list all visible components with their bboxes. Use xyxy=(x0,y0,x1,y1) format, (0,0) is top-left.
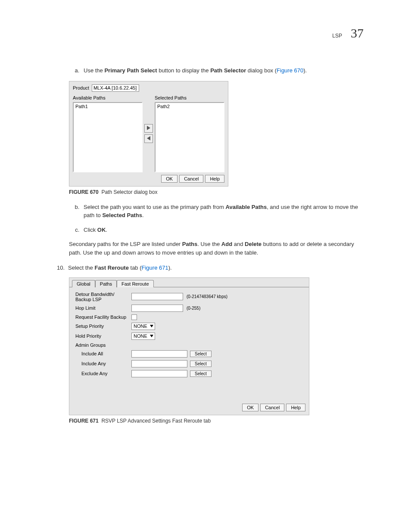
figure-670-caption: FIGURE 670 Path Selector dialog box xyxy=(69,189,368,195)
secondary-paths-paragraph: Secondary paths for the LSP are listed u… xyxy=(69,240,368,257)
include-any-select-button[interactable]: Select xyxy=(190,361,212,367)
move-left-button[interactable] xyxy=(144,134,153,143)
available-paths-label: Available Paths xyxy=(73,95,143,100)
chevron-left-icon xyxy=(147,136,150,141)
detour-bandwidth-label: Detour Bandwidth/ Backup LSP xyxy=(75,292,131,302)
include-any-label: Include Any xyxy=(81,361,131,366)
path-selector-dialog: Product Available Paths Path1 Selecte xyxy=(69,81,228,187)
svg-marker-1 xyxy=(147,136,150,140)
product-input[interactable] xyxy=(92,84,139,92)
figure-670: Product Available Paths Path1 Selecte xyxy=(69,81,228,187)
include-any-input[interactable] xyxy=(131,360,187,367)
include-all-input[interactable] xyxy=(131,350,187,358)
step-b-text: Select the path you want to use as the p… xyxy=(81,203,368,220)
step-10: 10.Select the Fast Reroute tab (Figure 6… xyxy=(57,264,368,272)
chevron-down-icon xyxy=(150,325,153,327)
chapter-number: 37 xyxy=(351,26,364,40)
exclude-any-input[interactable] xyxy=(131,370,187,377)
steps-bc: Select the path you want to use as the p… xyxy=(69,203,368,234)
list-item[interactable]: Path1 xyxy=(75,104,140,109)
admin-groups-label: Admin Groups xyxy=(75,342,303,348)
detour-bandwidth-hint: (0-2147483647 kbps) xyxy=(187,294,227,299)
product-row: Product xyxy=(73,84,224,92)
list-item[interactable]: Path2 xyxy=(157,104,222,109)
request-facility-backup-checkbox[interactable] xyxy=(131,314,137,320)
cancel-button[interactable]: Cancel xyxy=(179,175,203,183)
include-all-label: Include All xyxy=(81,351,131,356)
setup-priority-label: Setup Priority xyxy=(75,324,131,329)
chevron-down-icon xyxy=(150,335,153,337)
page-header: LSP 37 xyxy=(43,26,368,40)
exclude-any-label: Exclude Any xyxy=(81,371,131,376)
fast-reroute-panel: Detour Bandwidth/ Backup LSP (0-21474836… xyxy=(69,287,309,401)
selected-paths-column: Selected Paths Path2 xyxy=(155,95,224,172)
help-button[interactable]: Help xyxy=(205,175,224,183)
figure-671-link[interactable]: Figure 671 xyxy=(142,264,168,271)
available-paths-column: Available Paths Path1 xyxy=(73,95,143,172)
hop-limit-label: Hop Limit xyxy=(75,305,131,311)
help-button[interactable]: Help xyxy=(286,404,305,411)
fast-reroute-dialog: Global Paths Fast Reroute Detour Bandwid… xyxy=(69,277,309,415)
move-right-button[interactable] xyxy=(144,124,153,133)
section-title: LSP xyxy=(332,33,342,39)
figure-671: Global Paths Fast Reroute Detour Bandwid… xyxy=(69,277,309,415)
tab-fast-reroute[interactable]: Fast Reroute xyxy=(117,280,154,287)
figure-670-link[interactable]: Figure 670 xyxy=(277,67,303,74)
available-paths-list[interactable]: Path1 xyxy=(73,102,143,172)
hop-limit-input[interactable] xyxy=(131,305,183,312)
hold-priority-select[interactable]: NONE xyxy=(131,333,155,340)
ok-button[interactable]: OK xyxy=(161,175,177,183)
tab-strip: Global Paths Fast Reroute xyxy=(69,278,309,287)
product-label: Product xyxy=(73,85,89,90)
request-facility-backup-label: Request Facility Backup xyxy=(75,314,131,320)
tab-paths[interactable]: Paths xyxy=(95,280,117,287)
figure-671-caption: FIGURE 671 RSVP LSP Advanced Settings Fa… xyxy=(69,418,368,424)
cancel-button[interactable]: Cancel xyxy=(260,404,284,411)
ok-button[interactable]: OK xyxy=(242,404,258,411)
setup-priority-select[interactable]: NONE xyxy=(131,323,155,330)
detour-bandwidth-input[interactable] xyxy=(131,293,183,300)
hop-limit-hint: (0-255) xyxy=(187,306,200,311)
step-a-text: Use the Primary Path Select button to di… xyxy=(81,66,368,75)
svg-marker-2 xyxy=(150,325,153,327)
tab-global[interactable]: Global xyxy=(72,280,95,287)
hold-priority-label: Hold Priority xyxy=(75,333,131,339)
step-a: Use the Primary Path Select button to di… xyxy=(69,66,368,75)
include-all-select-button[interactable]: Select xyxy=(190,351,212,357)
step-c-text: Click OK. xyxy=(81,226,368,234)
exclude-any-select-button[interactable]: Select xyxy=(190,370,212,377)
chevron-right-icon xyxy=(147,126,150,131)
svg-marker-3 xyxy=(150,335,153,337)
selected-paths-label: Selected Paths xyxy=(155,95,224,100)
selected-paths-list[interactable]: Path2 xyxy=(155,102,224,172)
svg-marker-0 xyxy=(147,126,150,130)
